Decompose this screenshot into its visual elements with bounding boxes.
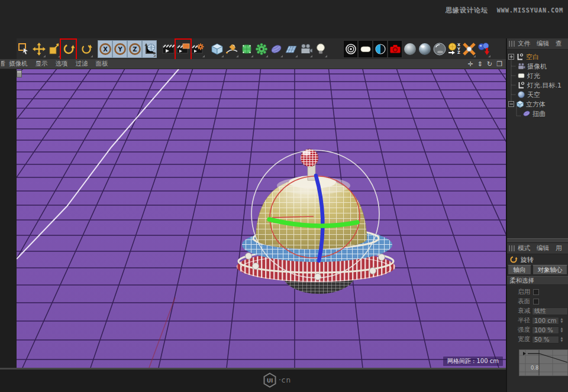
attribute-tabs: 轴向 对象轴心 bbox=[507, 265, 568, 275]
om-menu-clipped[interactable]: 查 bbox=[556, 40, 562, 48]
scale-tool-button[interactable] bbox=[46, 40, 61, 58]
live-selection-icon bbox=[18, 43, 31, 56]
render-picture-viewer-button[interactable] bbox=[176, 40, 191, 58]
coordinates-icon: X Y Z bbox=[447, 42, 462, 56]
camera-button[interactable] bbox=[298, 40, 313, 58]
watermark-site: 思缘设计论坛 bbox=[446, 7, 488, 14]
axis-x-button[interactable]: X bbox=[98, 40, 112, 58]
tab-axis[interactable]: 轴向 bbox=[508, 265, 531, 275]
spline-pen-icon bbox=[225, 43, 238, 56]
subdivision-surface-icon bbox=[240, 43, 253, 56]
rotate-tool-button[interactable] bbox=[61, 40, 76, 58]
object-manager-menubar: 文件 编辑 查 bbox=[507, 38, 568, 50]
object-tree: 空白 摄像机 灯光 bbox=[507, 52, 568, 122]
material-sphere-gray[interactable] bbox=[402, 40, 417, 58]
soft-selection-section[interactable]: 柔和选择 bbox=[507, 276, 568, 285]
generator-gear-button[interactable] bbox=[254, 40, 269, 58]
subdivision-surface-button[interactable] bbox=[239, 40, 254, 58]
strength-spinner[interactable]: ▲▼ bbox=[559, 326, 564, 334]
global-rotate-button[interactable] bbox=[79, 40, 93, 58]
tree-guides bbox=[507, 52, 568, 122]
attribute-fields: 启用 表面 衰减 线性 半径 100 cm ▲▼ 强度 100 % ▲▼ bbox=[507, 285, 568, 344]
orbit-icon[interactable]: ↻ bbox=[487, 60, 492, 68]
svg-text:X: X bbox=[103, 46, 108, 52]
hexagon-logo-icon: UI bbox=[263, 372, 277, 388]
floor-grid-icon bbox=[285, 43, 298, 56]
camera-icon bbox=[299, 43, 313, 56]
arrange-button[interactable] bbox=[476, 40, 491, 58]
axis-y-button[interactable]: Y bbox=[112, 40, 127, 58]
menu-camera[interactable]: 摄像机 bbox=[9, 60, 28, 68]
menu-view-clipped[interactable]: 看 bbox=[1, 60, 5, 68]
surface-checkbox[interactable] bbox=[533, 299, 539, 304]
panel-grip-icon[interactable] bbox=[509, 245, 515, 251]
rotate-tool-icon bbox=[62, 43, 75, 56]
panel-splitter[interactable] bbox=[507, 238, 568, 243]
bottom-bar bbox=[0, 368, 506, 392]
attr-menu-edit[interactable]: 编辑 bbox=[537, 244, 549, 252]
viewport-menubar: 看 摄像机 显示 选项 过滤 面板 ✛ ⇕ ↻ ❒ bbox=[0, 59, 506, 69]
deformer-bean-button[interactable] bbox=[269, 40, 283, 58]
width-input[interactable]: 50 % bbox=[532, 336, 559, 344]
stage-target-icon bbox=[344, 43, 357, 56]
right-panel: 文件 编辑 查 空白 bbox=[506, 38, 568, 392]
menu-display[interactable]: 显示 bbox=[36, 60, 48, 68]
foreground-camera-button[interactable] bbox=[388, 40, 402, 58]
radius-spinner[interactable]: ▲▼ bbox=[559, 317, 564, 325]
environment-contrast-icon bbox=[374, 43, 387, 56]
environment-contrast-button[interactable] bbox=[373, 40, 388, 58]
arrange-icon bbox=[477, 42, 491, 56]
footer-logo: UI ·cn bbox=[263, 372, 291, 388]
viewport-nav: ✛ ⇕ ↻ ❒ bbox=[467, 60, 502, 68]
stage-target-button[interactable] bbox=[343, 40, 358, 58]
active-tool-name: 旋转 bbox=[521, 255, 534, 264]
render-view-button[interactable] bbox=[161, 40, 176, 58]
panel-grip-icon[interactable] bbox=[509, 41, 515, 47]
field-width: 宽度 50 % ▲▼ bbox=[507, 335, 568, 344]
axis-z-icon: Z bbox=[128, 43, 141, 56]
scale-tool-icon bbox=[47, 43, 60, 56]
attr-menu-mode[interactable]: 模式 bbox=[518, 244, 530, 252]
cube-primitive-button[interactable] bbox=[209, 40, 224, 58]
attr-menu-clipped[interactable]: 用 bbox=[556, 244, 562, 252]
field-enable: 启用 bbox=[507, 287, 568, 297]
menu-filter[interactable]: 过滤 bbox=[76, 60, 88, 68]
radius-input[interactable]: 100 cm bbox=[532, 317, 559, 325]
viewport-3d[interactable]: 网格间距 : 100 cm bbox=[17, 69, 506, 368]
snap-button[interactable] bbox=[462, 40, 476, 58]
coordinates-button[interactable]: X Y Z bbox=[447, 40, 462, 58]
enable-checkbox[interactable] bbox=[533, 289, 539, 295]
maximize-icon[interactable]: ❒ bbox=[496, 60, 502, 68]
om-menu-edit[interactable]: 编辑 bbox=[537, 40, 549, 48]
axis-z-button[interactable]: Z bbox=[127, 40, 142, 58]
falloff-curve-widget[interactable]: 0.8 bbox=[519, 349, 568, 376]
live-selection-button[interactable] bbox=[17, 40, 31, 58]
width-spinner[interactable]: ▲▼ bbox=[559, 336, 564, 344]
render-settings-button[interactable] bbox=[191, 40, 205, 58]
svg-text:Z: Z bbox=[133, 46, 137, 52]
menu-panel[interactable]: 面板 bbox=[96, 60, 108, 68]
pan-icon[interactable]: ✛ bbox=[467, 60, 473, 68]
field-strength: 强度 100 % ▲▼ bbox=[507, 325, 568, 335]
om-menu-file[interactable]: 文件 bbox=[518, 40, 530, 48]
floor-grid-button[interactable] bbox=[283, 40, 298, 58]
material-sphere-glass[interactable] bbox=[432, 40, 447, 58]
field-radius: 半径 100 cm ▲▼ bbox=[507, 316, 568, 325]
strength-input[interactable]: 100 % bbox=[532, 326, 559, 334]
falloff-dropdown[interactable]: 线性 bbox=[532, 307, 568, 315]
spline-pen-button[interactable] bbox=[224, 40, 239, 58]
viewport-corner-icon bbox=[17, 70, 22, 77]
sky-plate-button[interactable] bbox=[358, 40, 373, 58]
dolly-icon[interactable]: ⇕ bbox=[477, 60, 483, 68]
tab-object-axis[interactable]: 对象轴心 bbox=[532, 265, 567, 275]
cube-primitive-icon bbox=[211, 43, 224, 56]
material-sphere-shiny[interactable] bbox=[417, 40, 432, 58]
coordinate-system-button[interactable] bbox=[142, 40, 157, 58]
material-sphere-glass-icon bbox=[433, 42, 447, 56]
move-tool-button[interactable] bbox=[31, 40, 46, 58]
light-button[interactable] bbox=[313, 40, 328, 58]
material-sphere-shiny-icon bbox=[418, 42, 432, 56]
watermark: 思缘设计论坛 WWW.MISSYUAN.COM bbox=[446, 6, 563, 15]
menu-options[interactable]: 选项 bbox=[56, 60, 68, 68]
svg-text:Y: Y bbox=[117, 46, 122, 52]
